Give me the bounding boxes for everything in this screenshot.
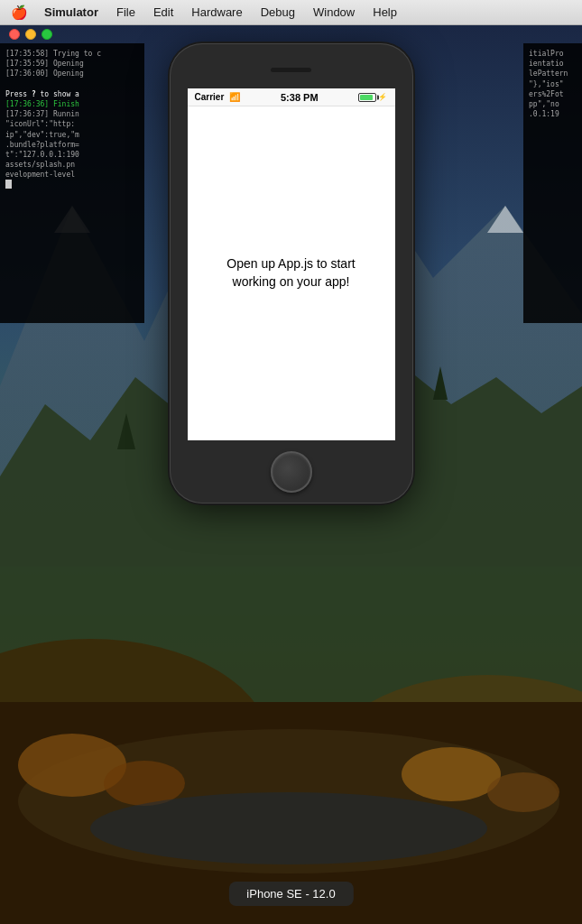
maximize-button[interactable] bbox=[42, 29, 52, 40]
svg-point-19 bbox=[90, 792, 487, 864]
console-panel-left: [17:35:58] Trying to c [17:35:59] Openin… bbox=[0, 43, 144, 323]
svg-point-17 bbox=[402, 747, 501, 801]
rconsole-line-6: pp","no bbox=[529, 99, 577, 109]
console-line-6: [17:36:36] Finish bbox=[5, 99, 139, 109]
console-line-1: [17:35:58] Trying to c bbox=[5, 49, 139, 59]
ios-app-message: Open up App.js to start working on your … bbox=[206, 255, 377, 291]
titlebar-simulator[interactable]: Simulator bbox=[35, 4, 107, 21]
console-line-2: [17:35:59] Opening bbox=[5, 59, 139, 69]
home-button[interactable] bbox=[271, 451, 312, 493]
carrier-text: Carrier bbox=[195, 92, 225, 102]
console-line-12: assets/splash.pn bbox=[5, 160, 139, 170]
console-line-5: Press ? to show a bbox=[5, 89, 139, 99]
ios-carrier: Carrier 📶 bbox=[195, 92, 241, 102]
battery-icon bbox=[358, 93, 376, 102]
titlebar-menu: Simulator File Edit Hardware Debug Windo… bbox=[35, 4, 406, 21]
rconsole-line-7: .0.1:19 bbox=[529, 109, 577, 119]
titlebar-file[interactable]: File bbox=[107, 4, 144, 21]
close-button[interactable] bbox=[9, 29, 20, 40]
rconsole-line-5: ers%2Fot bbox=[529, 89, 577, 99]
rconsole-line-4: "},"ios" bbox=[529, 79, 577, 89]
console-line-10: .bundle?platform= bbox=[5, 140, 139, 150]
svg-point-16 bbox=[104, 761, 185, 806]
console-line-13: evelopment-level bbox=[5, 170, 139, 180]
console-output-right: itialPro ientatio lePattern "},"ios" ers… bbox=[529, 49, 577, 119]
ios-time: 5:38 PM bbox=[281, 92, 319, 103]
console-panel-right: itialPro ientatio lePattern "},"ios" ers… bbox=[523, 43, 582, 323]
svg-point-18 bbox=[487, 772, 559, 812]
iphone-speaker bbox=[271, 68, 311, 72]
wifi-icon: 📶 bbox=[229, 92, 240, 102]
titlebar-help[interactable]: Help bbox=[364, 4, 406, 21]
titlebar-window[interactable]: Window bbox=[304, 4, 364, 21]
window-controls bbox=[0, 25, 144, 43]
ios-statusbar: Carrier 📶 5:38 PM ⚡ bbox=[188, 88, 395, 106]
console-line-14 bbox=[5, 180, 139, 189]
charging-bolt-icon: ⚡ bbox=[378, 93, 387, 101]
titlebar-edit[interactable]: Edit bbox=[144, 4, 182, 21]
console-line-8: "iconUrl":"http: bbox=[5, 119, 139, 129]
rconsole-line-3: lePattern bbox=[529, 69, 577, 79]
ios-app-content: Open up App.js to start working on your … bbox=[188, 106, 395, 440]
iphone-bottom bbox=[170, 440, 413, 504]
titlebar-debug[interactable]: Debug bbox=[252, 4, 304, 21]
console-line-11: t":"127.0.0.1:190 bbox=[5, 150, 139, 160]
iphone-top bbox=[170, 43, 413, 88]
iphone-simulator: Carrier 📶 5:38 PM ⚡ Open up App.js to st… bbox=[170, 43, 413, 504]
minimize-button[interactable] bbox=[25, 29, 36, 40]
console-line-3: [17:36:00] Opening bbox=[5, 69, 139, 79]
console-output: [17:35:58] Trying to c [17:35:59] Openin… bbox=[5, 49, 139, 190]
console-line-4 bbox=[5, 79, 139, 89]
titlebar-hardware[interactable]: Hardware bbox=[182, 4, 251, 21]
console-line-9: ip","dev":true,"m bbox=[5, 130, 139, 140]
apple-logo: 🍎 bbox=[11, 5, 28, 21]
iphone-screen[interactable]: Carrier 📶 5:38 PM ⚡ Open up App.js to st… bbox=[188, 88, 395, 440]
battery-fill bbox=[360, 95, 373, 100]
rconsole-line-2: ientatio bbox=[529, 59, 577, 69]
titlebar: 🍎 Simulator File Edit Hardware Debug Win… bbox=[0, 0, 582, 25]
ios-battery-area: ⚡ bbox=[358, 93, 387, 102]
device-label: iPhone SE - 12.0 bbox=[228, 882, 353, 906]
rconsole-line-1: itialPro bbox=[529, 49, 577, 59]
console-line-7: [17:36:37] Runnin bbox=[5, 109, 139, 119]
